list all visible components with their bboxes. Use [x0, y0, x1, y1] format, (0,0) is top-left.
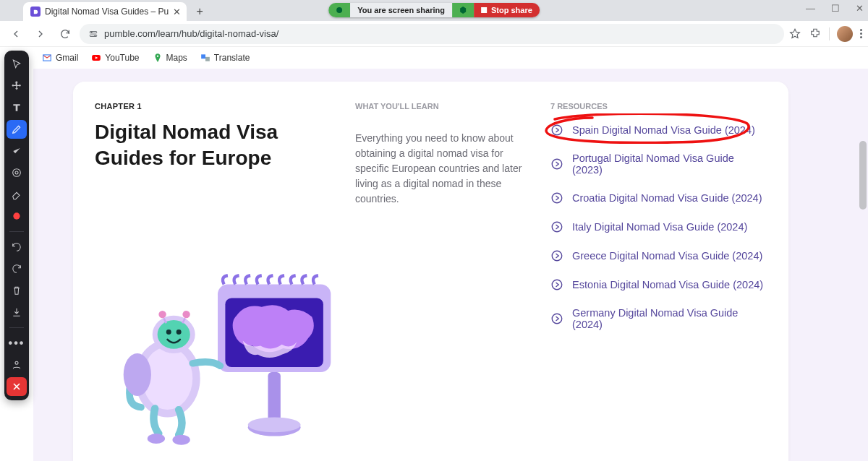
resource-link-greece[interactable]: Greece Digital Nomad Visa Guide (2024) [550, 249, 767, 262]
eraser-tool[interactable] [7, 185, 27, 204]
page-body: CHAPTER 1 Digital Nomad Visa Guides for … [33, 69, 868, 461]
svg-point-11 [13, 169, 21, 177]
undo-button[interactable] [7, 238, 27, 257]
learn-column: WHAT YOU'LL LEARN Everything you need to… [355, 102, 536, 454]
maximize-icon[interactable]: ☐ [831, 3, 840, 14]
record-tool[interactable] [7, 207, 27, 225]
download-button[interactable] [7, 303, 27, 322]
redo-button[interactable] [7, 259, 27, 278]
svg-point-14 [15, 361, 18, 364]
svg-point-8 [156, 56, 158, 57]
resource-title: Croatia Digital Nomad Visa Guide (2024) [572, 192, 762, 204]
resource-link-croatia[interactable]: Croatia Digital Nomad Visa Guide (2024) [550, 191, 767, 204]
check-tool[interactable] [7, 142, 27, 160]
extensions-icon[interactable] [809, 27, 822, 40]
pen-tool[interactable] [7, 120, 27, 139]
resource-link-italy[interactable]: Italy Digital Nomad Visa Guide (2024) [550, 220, 767, 233]
bookmark-gmail[interactable]: Gmail [42, 53, 78, 63]
minimize-icon[interactable]: — [806, 3, 815, 14]
site-settings-icon[interactable] [88, 29, 98, 39]
svg-point-0 [336, 7, 342, 13]
svg-point-38 [552, 280, 562, 290]
trash-button[interactable] [7, 281, 27, 300]
bookmark-label: Gmail [56, 53, 78, 63]
resource-title: Greece Digital Nomad Visa Guide (2024) [572, 250, 762, 262]
bookmark-star-icon[interactable] [788, 27, 801, 40]
cursor-tool[interactable] [7, 55, 27, 74]
learn-description: Everything you need to know about obtain… [355, 131, 536, 207]
svg-point-29 [158, 311, 166, 318]
page-title: Digital Nomad Visa Guides for Europe [95, 119, 341, 171]
svg-point-4 [91, 32, 92, 33]
resource-link-spain[interactable]: Spain Digital Nomad Visa Guide (2024) [550, 124, 767, 137]
resource-title: Portugal Digital Nomad Visa Guide (2023) [572, 152, 767, 176]
svg-point-26 [158, 320, 190, 349]
bookmark-label: Maps [166, 53, 187, 63]
resource-title: Estonia Digital Nomad Visa Guide (2024) [572, 279, 763, 290]
hero-illustration [95, 193, 341, 454]
arrow-circle-icon [550, 191, 563, 204]
resource-title: Italy Digital Nomad Visa Guide (2024) [572, 221, 747, 233]
reload-button[interactable] [55, 24, 75, 44]
svg-point-19 [248, 418, 301, 433]
svg-point-37 [552, 251, 562, 261]
target-tool[interactable] [7, 163, 27, 182]
svg-point-39 [552, 314, 562, 324]
people-tool[interactable] [7, 356, 27, 374]
svg-marker-1 [460, 7, 466, 14]
resource-link-germany[interactable]: Germany Digital Nomad Visa Guide (2024) [550, 307, 767, 330]
close-rail-button[interactable] [7, 377, 27, 396]
share-status-icon [328, 3, 350, 17]
scrollbar-thumb[interactable] [859, 141, 867, 210]
window-close-icon[interactable]: ✕ [856, 3, 864, 14]
more-tools-button[interactable]: ••• [7, 334, 27, 353]
address-bar[interactable]: pumble.com/learn/hub/digital-nomad-visa/ [80, 24, 784, 44]
svg-point-34 [552, 159, 562, 169]
profile-avatar[interactable] [837, 26, 853, 42]
arrow-circle-icon [550, 220, 563, 233]
new-tab-button[interactable]: + [192, 4, 207, 19]
resources-column: 7 RESOURCES Spain Digital Nomad Visa Gui… [550, 102, 767, 454]
bookmark-maps[interactable]: Maps [153, 53, 187, 63]
arrow-circle-icon [550, 278, 563, 291]
svg-point-13 [13, 212, 20, 219]
browser-tab[interactable]: Digital Nomad Visa Guides – Pu ✕ [23, 2, 187, 21]
bookmark-label: YouTube [105, 53, 139, 63]
separator [829, 27, 830, 40]
tab-close-icon[interactable]: ✕ [173, 7, 181, 17]
resources-list: Spain Digital Nomad Visa Guide (2024) Po… [550, 124, 767, 330]
forward-button[interactable] [30, 24, 51, 44]
move-tool[interactable] [7, 77, 27, 95]
tab-favicon [30, 7, 41, 17]
svg-point-28 [176, 329, 182, 335]
svg-rect-10 [205, 57, 210, 61]
resource-title: Germany Digital Nomad Visa Guide (2024) [572, 307, 767, 330]
svg-rect-9 [201, 54, 205, 59]
text-tool[interactable] [7, 98, 27, 117]
tab-title: Digital Nomad Visa Guides – Pu [45, 7, 169, 17]
resource-link-estonia[interactable]: Estonia Digital Nomad Visa Guide (2024) [550, 278, 767, 291]
bookmark-label: Translate [214, 53, 250, 63]
share-settings-icon[interactable] [452, 3, 474, 17]
arrow-circle-icon [550, 249, 563, 262]
svg-rect-17 [268, 372, 280, 422]
svg-point-12 [15, 171, 18, 174]
arrow-circle-icon [550, 158, 563, 171]
page-scrollbar[interactable] [859, 141, 867, 457]
stop-share-button[interactable]: Stop share [474, 3, 540, 17]
arrow-circle-icon [550, 312, 563, 325]
bookmark-youtube[interactable]: YouTube [91, 53, 139, 63]
hero-column: CHAPTER 1 Digital Nomad Visa Guides for … [95, 102, 341, 454]
resource-link-portugal[interactable]: Portugal Digital Nomad Visa Guide (2023) [550, 152, 767, 176]
chapter-card: CHAPTER 1 Digital Nomad Visa Guides for … [73, 82, 788, 461]
browser-menu-icon[interactable] [860, 29, 862, 38]
screen-share-indicator: You are screen sharing Stop share [328, 3, 540, 17]
window-controls: — ☐ ✕ [806, 3, 864, 14]
svg-point-24 [124, 353, 151, 396]
back-button[interactable] [6, 24, 26, 44]
svg-point-33 [552, 125, 562, 135]
svg-point-27 [166, 329, 171, 335]
url-text: pumble.com/learn/hub/digital-nomad-visa/ [104, 28, 278, 39]
stop-icon [481, 7, 487, 13]
bookmark-translate[interactable]: Translate [200, 53, 250, 63]
